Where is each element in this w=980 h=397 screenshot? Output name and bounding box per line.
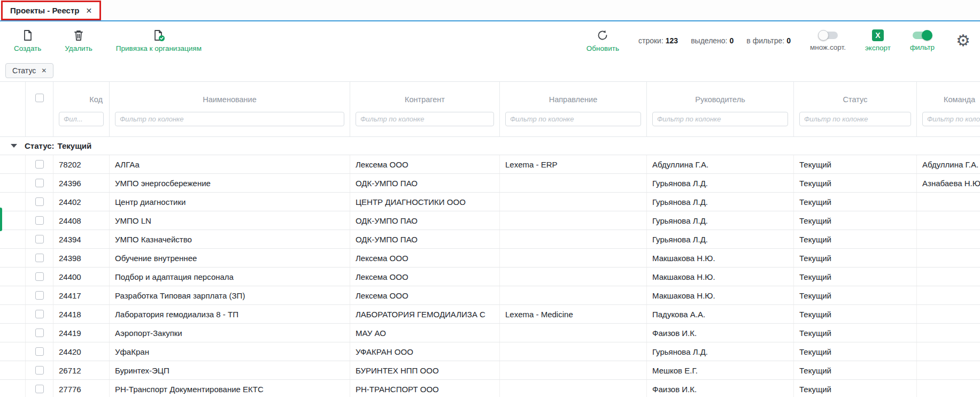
table-row[interactable]: 24408УМПО LNОДК-УМПО ПАОГурьянова Л.Д.Те… (0, 211, 980, 230)
column-filter-input[interactable] (799, 112, 911, 126)
column-filter-input[interactable] (652, 112, 788, 126)
cell-team (917, 230, 980, 248)
cell-manager: Макшакова Н.Ю. (647, 268, 794, 286)
filter-label: фильтр (910, 43, 935, 51)
cell-team (917, 193, 980, 211)
column-header-contragent: Контрагент (350, 82, 500, 136)
cell-status: Текущий (794, 342, 917, 361)
filter-chip-close-icon[interactable]: ✕ (41, 67, 47, 74)
row-expander-cell (0, 342, 26, 361)
cell-manager: Гурьянова Л.Д. (647, 342, 794, 361)
column-filter-input[interactable] (505, 112, 641, 126)
cell-code: 24419 (53, 324, 110, 342)
table-row[interactable]: 24417Разработка Типовая зарплата (ЗП)Лек… (0, 286, 980, 305)
row-checkbox[interactable] (35, 385, 44, 393)
group-collapse-icon[interactable] (11, 144, 17, 148)
column-header-label[interactable]: Команда (917, 88, 980, 111)
cell-contragent: МАУ АО (350, 324, 500, 342)
row-checkbox[interactable] (35, 216, 44, 225)
cell-direction (500, 211, 647, 230)
tab-projects-registry[interactable]: Проекты - Реестр ✕ (1, 1, 101, 20)
row-checkbox-cell (26, 268, 53, 286)
create-button[interactable]: Создать (14, 29, 41, 52)
multisort-toggle-button[interactable]: множ.сорт. (810, 30, 846, 51)
table-row[interactable]: 24419Аэропорт-ЗакупкиМАУ АОФаизов И.К.Те… (0, 324, 980, 342)
cell-direction: Lexema - ERP (500, 155, 647, 173)
row-checkbox[interactable] (35, 366, 44, 375)
column-header-label[interactable]: Контрагент (350, 88, 499, 111)
column-filter-input[interactable] (356, 112, 494, 126)
cell-team (917, 324, 980, 342)
cell-manager: Гурьянова Л.Д. (647, 230, 794, 248)
export-label: экспорт (865, 44, 891, 52)
column-header-name: Наименование (110, 82, 350, 136)
column-filter-input[interactable] (115, 112, 344, 126)
cell-team (917, 268, 980, 286)
row-checkbox[interactable] (35, 160, 44, 169)
side-panel-edge-indicator[interactable] (0, 208, 2, 231)
header-checkbox-cell (26, 82, 53, 136)
row-checkbox[interactable] (35, 254, 44, 262)
cell-contragent: ОДК-УМПО ПАО (350, 230, 500, 248)
delete-button[interactable]: Удалить (65, 29, 92, 52)
cell-manager: Макшакова Н.Ю. (647, 249, 794, 267)
table-row[interactable]: 24418Лаборатория гемодиализа 8 - ТПЛАБОР… (0, 305, 980, 324)
cell-name: Центр диагностики (110, 193, 350, 211)
tab-close-icon[interactable]: ✕ (86, 6, 92, 15)
filter-chip-row: Статус ✕ (0, 60, 980, 81)
group-label: Статус: (25, 141, 55, 150)
table-row[interactable]: 26712Буринтех-ЭЦПБУРИНТЕХ НПП ОООМешков … (0, 361, 980, 380)
filter-toggle-button[interactable]: фильтр (910, 30, 935, 51)
refresh-button[interactable]: Обновить (587, 29, 619, 52)
cell-manager: Фаизов И.К. (647, 380, 794, 397)
row-checkbox[interactable] (35, 329, 44, 337)
cell-contragent: Лексема ООО (350, 286, 500, 304)
column-header-label[interactable]: Код (53, 88, 109, 111)
row-checkbox[interactable] (35, 291, 44, 300)
column-header-label[interactable]: Статус (794, 88, 916, 111)
column-filter-input[interactable] (922, 112, 980, 126)
cell-status: Текущий (794, 211, 917, 230)
cell-code: 24394 (53, 230, 110, 248)
toolbar: Создать Удалить Привязка к организациям (0, 21, 980, 60)
multisort-toggle-off-icon[interactable] (819, 32, 838, 39)
select-all-checkbox[interactable] (35, 94, 44, 102)
link-organizations-button[interactable]: Привязка к организациям (116, 29, 202, 52)
create-button-label: Создать (14, 44, 41, 52)
table-row[interactable]: 24420УфаКранУФАКРАН ОООГурьянова Л.Д.Тек… (0, 342, 980, 361)
row-checkbox-cell (26, 305, 53, 323)
filter-chip-status[interactable]: Статус ✕ (5, 63, 53, 78)
column-filter-input[interactable] (59, 112, 104, 126)
row-checkbox[interactable] (35, 272, 44, 281)
row-checkbox[interactable] (35, 235, 44, 243)
table-row[interactable]: 24400Подбор и адаптация персоналаЛексема… (0, 268, 980, 286)
table-row[interactable]: 24402Центр диагностикиЦЕНТР ДИАГНОСТИКИ … (0, 193, 980, 211)
table-row[interactable]: 78202АЛГАаЛексема ОООLexema - ERPАбдулли… (0, 155, 980, 174)
settings-gear-icon[interactable]: ⚙ (956, 33, 970, 49)
cell-name: Аэропорт-Закупки (110, 324, 350, 342)
cell-status: Текущий (794, 249, 917, 267)
table-row[interactable]: 24396УМПО энергосбережениеОДК-УМПО ПАОГу… (0, 174, 980, 193)
column-header-label[interactable]: Наименование (110, 88, 350, 111)
refresh-icon (596, 29, 609, 42)
tab-label: Проекты - Реестр (10, 6, 79, 15)
filter-toggle-on-icon[interactable] (913, 32, 932, 39)
table-row[interactable]: 24398Обучение внутреннееЛексема ОООМакша… (0, 249, 980, 268)
row-checkbox[interactable] (35, 347, 44, 356)
cell-code: 24398 (53, 249, 110, 267)
row-checkbox[interactable] (35, 179, 44, 187)
table-row[interactable]: 24394УМПО КазначействоОДК-УМПО ПАОГурьян… (0, 230, 980, 249)
row-checkbox[interactable] (35, 197, 44, 206)
cell-code: 24396 (53, 174, 110, 192)
cell-name: УМПО Казначейство (110, 230, 350, 248)
column-header-label[interactable]: Направление (500, 88, 646, 111)
table-row[interactable]: 27776РН-Транспорт Документирование ЕКТСР… (0, 380, 980, 397)
row-checkbox-cell (26, 286, 53, 304)
delete-button-label: Удалить (65, 44, 92, 52)
column-header-label[interactable]: Руководитель (647, 88, 793, 111)
link-organizations-label: Привязка к организациям (116, 44, 202, 52)
row-checkbox[interactable] (35, 310, 44, 318)
cell-manager: Макшакова Н.Ю. (647, 286, 794, 304)
cell-team (917, 380, 980, 397)
export-button[interactable]: X экспорт (865, 29, 891, 52)
